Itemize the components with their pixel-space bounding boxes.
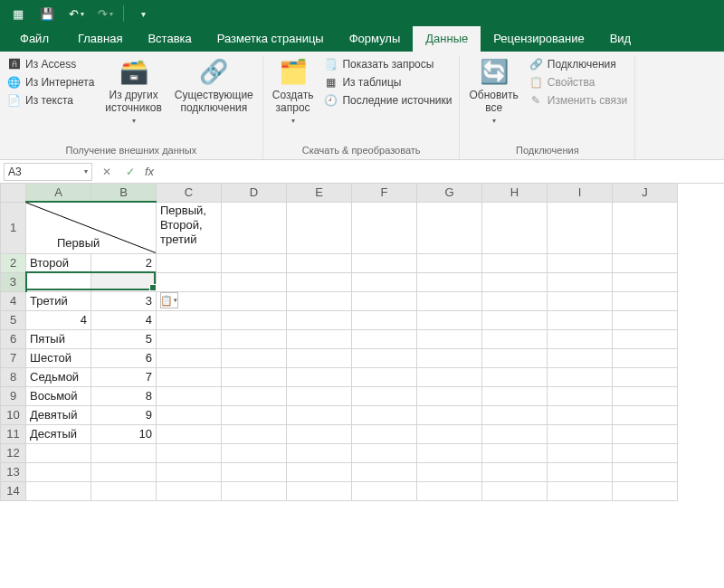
cell-A13[interactable] xyxy=(26,462,91,481)
cell-F3[interactable] xyxy=(352,272,417,291)
cell-D13[interactable] xyxy=(222,462,287,481)
cell-J12[interactable] xyxy=(613,443,678,462)
cell-G9[interactable] xyxy=(417,386,482,405)
cell-H12[interactable] xyxy=(482,443,548,462)
cell-G14[interactable] xyxy=(417,481,482,500)
cell-D2[interactable] xyxy=(222,253,287,272)
cell-F12[interactable] xyxy=(352,443,417,462)
qat-customize-button[interactable]: ▾ xyxy=(129,3,155,24)
cell-D7[interactable] xyxy=(222,348,287,367)
cell-B9[interactable]: 8 xyxy=(91,386,157,405)
cell-D11[interactable] xyxy=(222,424,287,443)
cell-D10[interactable] xyxy=(222,405,287,424)
cell-E12[interactable] xyxy=(287,443,352,462)
cell-I13[interactable] xyxy=(548,462,613,481)
cell-F2[interactable] xyxy=(352,253,417,272)
cell-I5[interactable] xyxy=(548,310,613,329)
column-header-H[interactable]: H xyxy=(482,184,548,202)
cell-G11[interactable] xyxy=(417,424,482,443)
row-header-11[interactable]: 11 xyxy=(1,424,26,443)
new-query-button[interactable]: 🗂️ Создать запрос ▾ xyxy=(269,55,318,127)
cell-E7[interactable] xyxy=(287,348,352,367)
cell-A4[interactable]: Третий xyxy=(26,291,91,310)
cell-B14[interactable] xyxy=(91,481,157,500)
cell-D5[interactable] xyxy=(222,310,287,329)
refresh-all-button[interactable]: 🔄 Обновить все ▾ xyxy=(465,55,521,127)
cell-J1[interactable] xyxy=(613,202,678,253)
cell-F1[interactable] xyxy=(352,202,417,253)
cell-A8[interactable]: Седьмой xyxy=(26,367,91,386)
cell-J2[interactable] xyxy=(613,253,678,272)
cell-H8[interactable] xyxy=(482,367,548,386)
name-box[interactable]: A3 ▾ xyxy=(4,163,92,181)
cell-E5[interactable] xyxy=(287,310,352,329)
paste-options-button[interactable]: 📋▾ xyxy=(160,292,178,308)
cell-C8[interactable] xyxy=(157,367,222,386)
cell-A12[interactable] xyxy=(26,443,91,462)
row-header-10[interactable]: 10 xyxy=(1,405,26,424)
select-all-corner[interactable] xyxy=(1,184,26,202)
cell-B12[interactable] xyxy=(91,443,157,462)
cell-B11[interactable]: 10 xyxy=(91,424,157,443)
cell-I14[interactable] xyxy=(548,481,613,500)
cell-A1[interactable]: Первый xyxy=(26,202,157,253)
row-header-14[interactable]: 14 xyxy=(1,481,26,500)
tab-page-layout[interactable]: Разметка страницы xyxy=(205,26,337,52)
cell-E11[interactable] xyxy=(287,424,352,443)
cell-E4[interactable] xyxy=(287,291,352,310)
row-header-12[interactable]: 12 xyxy=(1,443,26,462)
column-header-C[interactable]: C xyxy=(157,184,222,202)
tab-home[interactable]: Главная xyxy=(65,26,135,52)
cell-F4[interactable] xyxy=(352,291,417,310)
cell-B13[interactable] xyxy=(91,462,157,481)
cell-J6[interactable] xyxy=(613,329,678,348)
from-web-button[interactable]: 🌐Из Интернета xyxy=(5,73,96,90)
cell-E6[interactable] xyxy=(287,329,352,348)
cell-B6[interactable]: 5 xyxy=(91,329,157,348)
connections-button[interactable]: 🔗Подключения xyxy=(528,55,629,72)
cell-G8[interactable] xyxy=(417,367,482,386)
cell-J8[interactable] xyxy=(613,367,678,386)
row-header-1[interactable]: 1 xyxy=(1,202,26,253)
tab-view[interactable]: Вид xyxy=(597,26,644,52)
undo-button[interactable]: ↶▾ xyxy=(63,3,89,24)
cell-C11[interactable] xyxy=(157,424,222,443)
cell-C12[interactable] xyxy=(157,443,222,462)
cell-D4[interactable] xyxy=(222,291,287,310)
cell-D1[interactable] xyxy=(222,202,287,253)
save-button[interactable]: 💾 xyxy=(34,3,60,24)
cell-F11[interactable] xyxy=(352,424,417,443)
formula-input[interactable] xyxy=(159,163,720,181)
cell-J9[interactable] xyxy=(613,386,678,405)
cell-I3[interactable] xyxy=(548,272,613,291)
cell-J10[interactable] xyxy=(613,405,678,424)
cell-C6[interactable] xyxy=(157,329,222,348)
cell-H10[interactable] xyxy=(482,405,548,424)
cell-G13[interactable] xyxy=(417,462,482,481)
cell-E10[interactable] xyxy=(287,405,352,424)
cell-J5[interactable] xyxy=(613,310,678,329)
cell-H3[interactable] xyxy=(482,272,548,291)
cell-H11[interactable] xyxy=(482,424,548,443)
row-header-8[interactable]: 8 xyxy=(1,367,26,386)
cell-A9[interactable]: Восьмой xyxy=(26,386,91,405)
cell-J14[interactable] xyxy=(613,481,678,500)
row-header-9[interactable]: 9 xyxy=(1,386,26,405)
cell-J13[interactable] xyxy=(613,462,678,481)
cell-I12[interactable] xyxy=(548,443,613,462)
cell-E14[interactable] xyxy=(287,481,352,500)
cell-H7[interactable] xyxy=(482,348,548,367)
cell-G3[interactable] xyxy=(417,272,482,291)
fx-icon[interactable]: fx xyxy=(145,165,154,178)
cell-D9[interactable] xyxy=(222,386,287,405)
cell-J3[interactable] xyxy=(613,272,678,291)
column-header-F[interactable]: F xyxy=(352,184,417,202)
cell-B7[interactable]: 6 xyxy=(91,348,157,367)
cell-F14[interactable] xyxy=(352,481,417,500)
cell-B4[interactable]: 3 xyxy=(91,291,157,310)
cell-G1[interactable] xyxy=(417,202,482,253)
cell-D8[interactable] xyxy=(222,367,287,386)
tab-data[interactable]: Данные xyxy=(413,26,481,52)
cell-A3[interactable] xyxy=(26,272,91,291)
cell-C2[interactable] xyxy=(157,253,222,272)
